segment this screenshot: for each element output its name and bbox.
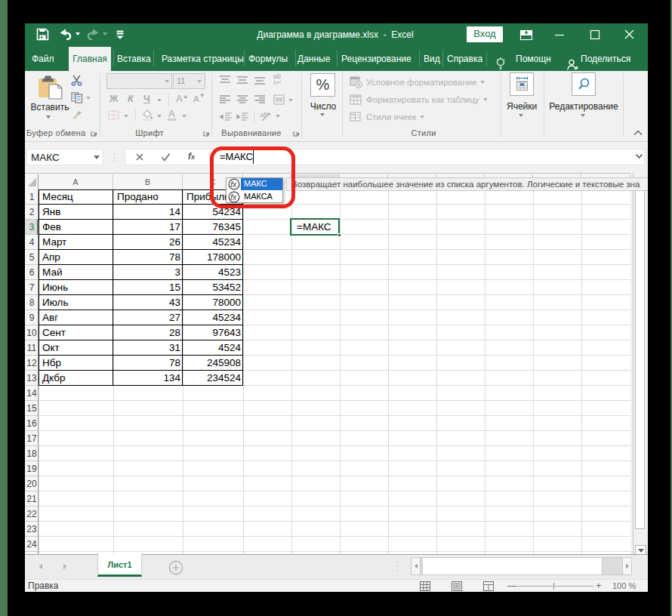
svg-text:ab: ab [260,111,267,119]
